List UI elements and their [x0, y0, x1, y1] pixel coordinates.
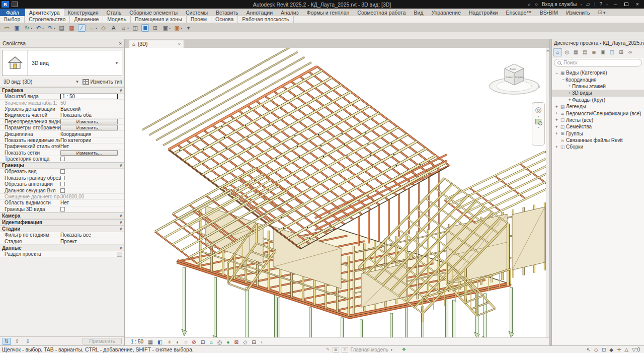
- properties-close-icon[interactable]: ×: [119, 41, 122, 46]
- ribbon-tab-3[interactable]: Сталь: [103, 9, 126, 16]
- store-cart-icon[interactable]: ▱: [586, 2, 590, 7]
- section-box-icon[interactable]: ⌂: [210, 338, 213, 345]
- ribbon-panel-3[interactable]: Модель: [103, 16, 131, 23]
- property-row[interactable]: СтадияПроект: [0, 238, 124, 244]
- ribbon-panel-1[interactable]: Строительство: [25, 16, 70, 23]
- property-row[interactable]: Показать границу обрезки: [0, 175, 124, 181]
- open-icon[interactable]: ▭: [3, 24, 11, 32]
- render-icon[interactable]: ▣: [173, 24, 181, 32]
- edit-type-button[interactable]: Изменить тип: [83, 79, 122, 85]
- measure-icon[interactable]: ∕: [78, 24, 86, 32]
- apply-button[interactable]: Применить: [83, 338, 122, 344]
- property-row[interactable]: Траектория солнца: [0, 156, 124, 162]
- property-row[interactable]: Значение масштаба 1:50: [0, 100, 124, 106]
- property-row[interactable]: Область видимостиНет: [0, 200, 124, 206]
- property-row[interactable]: Параметры отображения гр...Изменить...: [0, 125, 124, 131]
- thin-lines-icon[interactable]: ≣: [141, 24, 149, 32]
- section-header-0[interactable]: Графика∨: [0, 87, 124, 94]
- model-canvas[interactable]: В Верх Север Справа ◎ ▾ ▾ ▲: [125, 48, 549, 337]
- tree-item-листы-все-[interactable]: +▢Листы (все): [552, 117, 644, 123]
- reveal-hidden-icon[interactable]: ⊠: [234, 338, 238, 345]
- legends-view-icon[interactable]: ▦: [572, 48, 580, 56]
- detail-level-icon[interactable]: ▦: [148, 338, 153, 345]
- tree-expander-icon[interactable]: +: [554, 117, 559, 122]
- section-icon[interactable]: ◫: [131, 24, 139, 32]
- ribbon-tab-12[interactable]: Управление: [427, 9, 464, 16]
- tree-expander-icon[interactable]: +: [554, 131, 559, 136]
- text-icon[interactable]: A: [110, 24, 117, 32]
- close-hidden-icon[interactable]: ⊞: [151, 24, 159, 32]
- tree-expander-icon[interactable]: +: [568, 84, 572, 89]
- property-value[interactable]: [60, 169, 124, 174]
- property-row[interactable]: Смещение дальнего предел...304800,00: [0, 194, 124, 200]
- property-value[interactable]: Координация: [60, 131, 124, 137]
- minimize-button[interactable]: –: [612, 2, 619, 7]
- property-row[interactable]: Уровень детализацииВысокий: [0, 106, 124, 112]
- view-tab-3d[interactable]: ⌂ {3D} ×: [129, 40, 184, 48]
- return-home-icon[interactable]: ⌂: [553, 48, 562, 56]
- design-options-icon[interactable]: ≡: [342, 347, 348, 352]
- schedules-view-icon[interactable]: ▤: [581, 48, 589, 56]
- property-row[interactable]: Переопределения видимост...Изменить...: [0, 119, 124, 125]
- tree-expander-icon[interactable]: +: [568, 97, 572, 102]
- section-collapse-icon[interactable]: ∨: [119, 246, 122, 250]
- sort-ascending-icon[interactable]: ⇧: [13, 338, 21, 345]
- active-model-label[interactable]: Главная модель: [351, 347, 388, 352]
- customize-icon[interactable]: ▾: [185, 24, 192, 32]
- shadows-icon[interactable]: ◐: [176, 338, 179, 345]
- tag-icon[interactable]: ◇: [100, 24, 107, 32]
- property-row[interactable]: Дальняя секущая Вкл: [0, 187, 124, 193]
- home-caret-icon[interactable]: ▾: [127, 26, 129, 30]
- property-value[interactable]: 50: [60, 100, 124, 106]
- property-value[interactable]: [60, 182, 124, 186]
- property-value[interactable]: По категории: [60, 137, 124, 143]
- selection-filter-icon[interactable]: ▽:0: [632, 347, 640, 352]
- view-combo-caret-icon[interactable]: ▼: [75, 80, 80, 84]
- tree-item-планы-этажей[interactable]: +Планы этажей: [552, 83, 644, 90]
- property-value[interactable]: Изменить...: [60, 150, 124, 156]
- sync-icon[interactable]: ↻: [23, 24, 31, 32]
- addin-status-icon[interactable]: ❖: [402, 347, 406, 352]
- ribbon-tab-13[interactable]: Надстройки: [465, 9, 502, 16]
- property-row[interactable]: Масштаб вида1 : 50: [0, 94, 124, 100]
- redo-caret-icon[interactable]: ▾: [54, 26, 55, 30]
- tree-item-координация[interactable]: −Координация: [552, 76, 644, 83]
- save-view-state-icon[interactable]: ▣: [599, 48, 607, 56]
- sheets-view-icon[interactable]: ≣: [590, 48, 598, 56]
- tree-item-3d-виды[interactable]: +3D виды: [552, 90, 644, 96]
- tree-item-связанные-файлы-revit[interactable]: ∞Связанные файлы Revit: [552, 137, 644, 144]
- scroll-up-icon[interactable]: ▲: [546, 48, 549, 52]
- property-row[interactable]: Обрезать аннотации: [0, 181, 124, 187]
- property-row[interactable]: Показать невидимые линииПо категории: [0, 137, 124, 144]
- property-value[interactable]: Изменить...: [60, 125, 124, 130]
- tree-expander-icon[interactable]: +: [568, 91, 572, 96]
- property-row[interactable]: Графический стиль отображ...Нет: [0, 144, 124, 150]
- tree-expander-icon[interactable]: +: [554, 111, 559, 116]
- ribbon-tab-1[interactable]: Архитектура: [25, 9, 64, 16]
- canvas-scrollbar[interactable]: ▲: [546, 48, 549, 337]
- ribbon-panel-4[interactable]: Помещения и зоны: [131, 16, 187, 23]
- ribbon-tab-7[interactable]: Аннотации: [243, 9, 277, 16]
- property-value[interactable]: Проект: [60, 239, 124, 244]
- property-value[interactable]: Высокий: [60, 106, 124, 112]
- sort-descending-icon[interactable]: ⇩: [24, 338, 32, 345]
- tree-item-группы[interactable]: +⊞Группы: [552, 130, 644, 137]
- ribbon-tab-14[interactable]: Enscape™: [502, 9, 535, 16]
- section-collapse-icon[interactable]: ∨: [119, 88, 122, 93]
- aligned-dimension-icon[interactable]: ↔: [88, 24, 96, 32]
- section-header-4[interactable]: Стадии∨: [0, 226, 124, 232]
- editable-only-icon[interactable]: ✎: [326, 347, 330, 352]
- ribbon-tab-10[interactable]: Совместная работа: [353, 9, 410, 16]
- drag-on-selection-icon[interactable]: ✛: [617, 347, 621, 352]
- section-collapse-icon[interactable]: ∨: [119, 227, 122, 231]
- property-row[interactable]: Видимость частейПоказать оба: [0, 112, 124, 118]
- select-pinned-icon[interactable]: ⊡: [602, 347, 606, 352]
- ribbon-tab-file[interactable]: Файл: [0, 9, 25, 16]
- steering-wheel-icon[interactable]: ◎: [535, 106, 541, 113]
- section-header-1[interactable]: Границы∨: [0, 162, 124, 169]
- temporary-isolate-icon[interactable]: ●: [226, 338, 229, 345]
- undo-icon[interactable]: ↶: [35, 24, 42, 32]
- new-view-icon[interactable]: ◫: [608, 48, 616, 56]
- tree-item-семейства[interactable]: +◰Семейства: [552, 123, 644, 130]
- viewcube[interactable]: В Верх Север Справа: [486, 59, 542, 101]
